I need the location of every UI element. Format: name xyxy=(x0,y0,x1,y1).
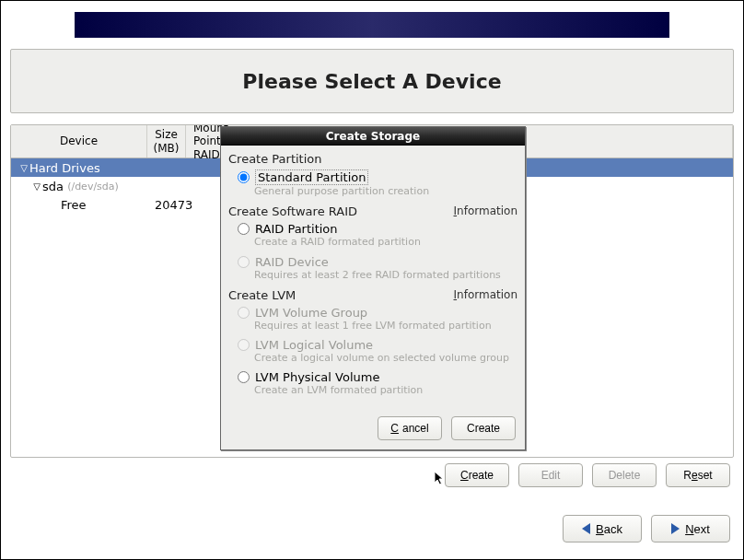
radio-lvm-volume-group: LVM Volume Group xyxy=(228,304,517,320)
radio-desc: Requires at least 1 free LVM formated pa… xyxy=(228,320,517,336)
row-label: Free xyxy=(61,198,87,212)
radio-input[interactable] xyxy=(238,371,250,383)
arrow-right-icon xyxy=(671,523,680,534)
row-label: Hard Drives xyxy=(29,161,100,175)
radio-input[interactable] xyxy=(238,171,250,183)
radio-label: RAID Device xyxy=(255,255,329,269)
radio-desc: General purpose partition creation xyxy=(228,185,517,202)
radio-label: Standard Partition xyxy=(255,169,368,185)
radio-raid-partition[interactable]: RAID Partition xyxy=(228,220,517,236)
radio-label: RAID Partition xyxy=(255,222,338,236)
radio-input[interactable] xyxy=(238,223,250,235)
radio-desc: Create an LVM formated partition xyxy=(228,384,517,401)
row-label: sda xyxy=(42,180,64,193)
expander-icon[interactable]: ▽ xyxy=(18,163,29,173)
radio-desc: Requires at least 2 free RAID formated p… xyxy=(228,269,517,286)
expander-icon[interactable]: ▽ xyxy=(31,181,42,192)
col-device[interactable]: Device xyxy=(11,125,147,158)
radio-standard-partition[interactable]: Standard Partition xyxy=(228,168,517,185)
dialog-create-button[interactable]: Create xyxy=(451,416,516,440)
arrow-left-icon xyxy=(582,523,590,534)
section-create-lvm: Create LVM Information xyxy=(228,286,517,304)
action-button-row: Create Edit Delete Reset xyxy=(445,463,730,487)
radio-lvm-logical-volume: LVM Logical Volume xyxy=(228,336,517,352)
edit-button: Edit xyxy=(518,463,583,487)
back-button[interactable]: Back xyxy=(563,515,642,542)
header-panel: Please Select A Device xyxy=(10,49,734,113)
create-button[interactable]: Create xyxy=(445,463,509,487)
radio-desc: Create a RAID formated partition xyxy=(228,236,517,252)
row-size: 20473 xyxy=(151,198,190,212)
radio-input xyxy=(238,256,250,268)
radio-lvm-physical-volume[interactable]: LVM Physical Volume xyxy=(228,368,517,384)
radio-label: LVM Logical Volume xyxy=(255,338,373,352)
radio-input xyxy=(238,307,250,319)
reset-button[interactable]: Reset xyxy=(666,463,730,487)
radio-desc: Create a logical volume on selected volu… xyxy=(228,352,517,368)
row-devpath: (/dev/sda) xyxy=(67,181,119,192)
dialog-cancel-button[interactable]: Cancel xyxy=(378,416,442,440)
lvm-information-link[interactable]: Information xyxy=(454,288,517,301)
delete-button: Delete xyxy=(592,463,657,487)
section-create-raid: Create Software RAID Information xyxy=(228,202,517,220)
dialog-button-row: Cancel Create xyxy=(221,409,525,449)
radio-raid-device: RAID Device xyxy=(228,253,517,269)
section-create-partition: Create Partition xyxy=(228,149,517,168)
radio-label: LVM Physical Volume xyxy=(255,370,379,384)
raid-information-link[interactable]: Information xyxy=(454,204,517,217)
nav-button-row: Back Next xyxy=(563,515,730,542)
create-storage-dialog: Create Storage Create Partition Standard… xyxy=(220,126,526,450)
col-size[interactable]: Size (MB) xyxy=(147,125,186,158)
radio-label: LVM Volume Group xyxy=(255,306,367,320)
dialog-title: Create Storage xyxy=(221,127,525,146)
top-banner xyxy=(75,12,669,38)
radio-input xyxy=(238,339,250,351)
next-button[interactable]: Next xyxy=(651,515,730,542)
page-title: Please Select A Device xyxy=(242,70,501,93)
